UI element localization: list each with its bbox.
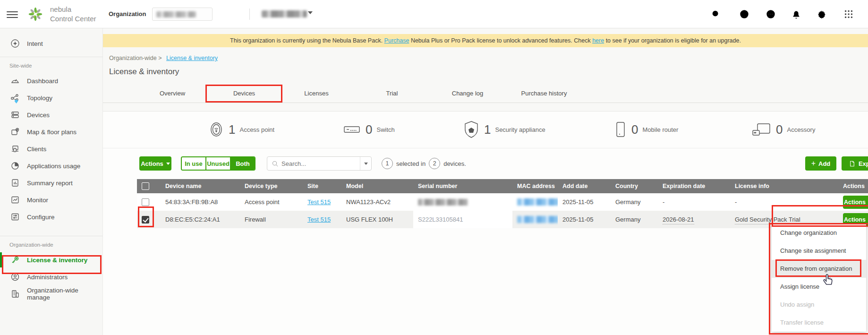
col-model: Model bbox=[341, 179, 413, 193]
top-header: nebula Control Center Organization bbox=[0, 0, 868, 28]
administrators-icon bbox=[10, 272, 20, 282]
sidebar-item-administrators[interactable]: Administrators bbox=[0, 268, 102, 285]
col-add-date: Add date bbox=[558, 179, 611, 193]
tab-licenses[interactable]: Licenses bbox=[283, 84, 349, 103]
tab-purchase-history[interactable]: Purchase history bbox=[511, 84, 577, 103]
sidebar-item-topology[interactable]: Topology bbox=[0, 89, 102, 106]
search-icon[interactable] bbox=[711, 9, 721, 19]
sidebar-item-summary-report[interactable]: Summary report bbox=[0, 174, 102, 191]
banner-text: This organization is currently using the… bbox=[230, 37, 741, 44]
site-selector-caret-icon[interactable] bbox=[308, 11, 313, 14]
sidebar-item-label: License & inventory bbox=[27, 257, 87, 264]
redacted-serial-number bbox=[418, 199, 468, 206]
summary-label: Security appliance bbox=[495, 126, 545, 133]
selection-text-end: devices. bbox=[443, 160, 466, 167]
more-options-icon[interactable] bbox=[766, 9, 776, 19]
bulk-actions-button[interactable]: Actions bbox=[139, 156, 171, 171]
configure-sliders-icon bbox=[10, 212, 20, 222]
cell-license-info[interactable]: Gold Security Pack Trial bbox=[735, 216, 800, 224]
col-country: Country bbox=[611, 179, 658, 193]
sidebar-item-applications-usage[interactable]: Applications usage bbox=[0, 157, 102, 174]
cell-serial-number: S222L33105841 bbox=[413, 211, 512, 228]
topology-gem-badge-icon bbox=[14, 100, 18, 103]
sidebar-item-license-inventory[interactable]: License & inventory bbox=[0, 251, 102, 268]
brand-line-1: nebula bbox=[50, 5, 96, 14]
add-label: Add bbox=[818, 160, 830, 167]
sidebar-item-map-floor-plans[interactable]: Map & floor plans bbox=[0, 123, 102, 140]
filter-both-button[interactable]: Both bbox=[230, 157, 255, 170]
menu-item-change-site-assignment[interactable]: Change site assignment bbox=[772, 242, 866, 260]
site-link[interactable]: Test 515 bbox=[307, 216, 331, 223]
redacted-mac-address bbox=[517, 216, 558, 223]
bulk-actions-label: Actions bbox=[141, 160, 163, 167]
sidebar-item-configure[interactable]: Configure bbox=[0, 208, 102, 225]
sidebar-divider bbox=[0, 236, 102, 236]
menu-item-change-organization[interactable]: Change organization bbox=[772, 224, 866, 242]
here-link[interactable]: here bbox=[592, 37, 604, 44]
sidebar-item-label: Monitor bbox=[27, 197, 48, 204]
summary-label: Mobile router bbox=[642, 126, 678, 133]
organization-selector[interactable] bbox=[152, 8, 213, 21]
sidebar-item-organization-wide-manage[interactable]: Organization-wide manage bbox=[0, 285, 102, 302]
notifications-bell-icon[interactable] bbox=[791, 9, 801, 19]
sidebar-item-label: Dashboard bbox=[27, 77, 58, 85]
menu-item-remove-from-organization[interactable]: Remove from organization bbox=[772, 260, 866, 278]
settings-gear-icon[interactable] bbox=[817, 9, 827, 19]
pie-chart-icon bbox=[10, 161, 20, 171]
row-actions-button[interactable]: Actions bbox=[843, 196, 868, 209]
search-input[interactable] bbox=[281, 160, 360, 167]
search-options-caret[interactable] bbox=[360, 157, 371, 170]
apps-grid-icon[interactable] bbox=[843, 9, 854, 19]
total-count-badge: 2 bbox=[429, 158, 440, 169]
plus-icon: + bbox=[811, 159, 816, 168]
summary-count: 0 bbox=[631, 122, 638, 137]
tab-devices[interactable]: Devices bbox=[211, 84, 277, 103]
cell-country: Germany bbox=[611, 211, 658, 228]
upgrade-banner: This organization is currently using the… bbox=[103, 34, 868, 47]
help-icon[interactable] bbox=[739, 9, 749, 19]
page-title: License & inventory bbox=[109, 67, 179, 77]
switch-icon bbox=[342, 120, 361, 139]
export-button[interactable]: Export bbox=[842, 156, 868, 171]
tab-overview[interactable]: Overview bbox=[139, 84, 205, 103]
dashboard-icon bbox=[10, 76, 20, 86]
tab-bar: Overview Devices Licenses Trial Change l… bbox=[103, 84, 868, 103]
cell-expiration[interactable]: 2026-08-21 bbox=[663, 216, 694, 224]
sidebar-item-intent[interactable]: Intent bbox=[0, 35, 102, 52]
cell-model: USG FLEX 100H bbox=[341, 211, 413, 228]
col-device-name: Device name bbox=[161, 179, 240, 193]
sidebar-item-label: Topology bbox=[27, 94, 52, 102]
menu-item-undo-assign: Undo assign bbox=[772, 296, 866, 314]
purchase-link[interactable]: Purchase bbox=[384, 37, 409, 44]
col-expiration-date: Expiration date bbox=[658, 179, 730, 193]
sidebar-item-monitor[interactable]: Monitor bbox=[0, 191, 102, 208]
filter-unused-button[interactable]: Unused bbox=[205, 157, 230, 170]
license-key-icon bbox=[10, 255, 20, 265]
tab-trial[interactable]: Trial bbox=[359, 84, 425, 103]
summary-count: 0 bbox=[776, 122, 783, 137]
banner-text-2: Nebula Plus or Pro Pack license to unloc… bbox=[409, 37, 592, 44]
tab-change-log[interactable]: Change log bbox=[434, 84, 501, 103]
site-selector[interactable] bbox=[260, 8, 319, 21]
table-toolbar: Actions In use Unused Both 1 selected in… bbox=[103, 156, 868, 172]
sidebar-item-dashboard[interactable]: Dashboard bbox=[0, 72, 102, 89]
row-checkbox-checked[interactable] bbox=[142, 216, 149, 223]
sidebar-section-site-wide: Site-wide bbox=[0, 61, 102, 72]
hamburger-menu-icon[interactable] bbox=[7, 9, 18, 19]
report-document-icon bbox=[10, 178, 20, 188]
site-link[interactable]: Test 515 bbox=[307, 198, 331, 206]
filter-in-use-button[interactable]: In use bbox=[182, 157, 205, 170]
select-all-checkbox[interactable] bbox=[142, 182, 149, 190]
sidebar-item-clients[interactable]: Clients bbox=[0, 140, 102, 157]
table-header-row: Device name Device type Site Model Seria… bbox=[137, 179, 868, 193]
summary-label: Switch bbox=[376, 126, 394, 133]
add-device-button[interactable]: +Add bbox=[805, 156, 836, 171]
cell-device-name: 54:83:3A:FB:9B:A8 bbox=[161, 193, 240, 211]
sidebar-item-devices[interactable]: Devices bbox=[0, 106, 102, 123]
breadcrumb-current-link[interactable]: License & inventory bbox=[166, 55, 218, 61]
breadcrumb: Organization-wide > License & inventory bbox=[109, 55, 218, 61]
brand-text: nebula Control Center bbox=[50, 5, 96, 24]
caret-down-icon bbox=[364, 163, 368, 165]
menu-item-assign-license[interactable]: Assign license bbox=[772, 278, 866, 296]
row-checkbox[interactable] bbox=[142, 198, 149, 206]
